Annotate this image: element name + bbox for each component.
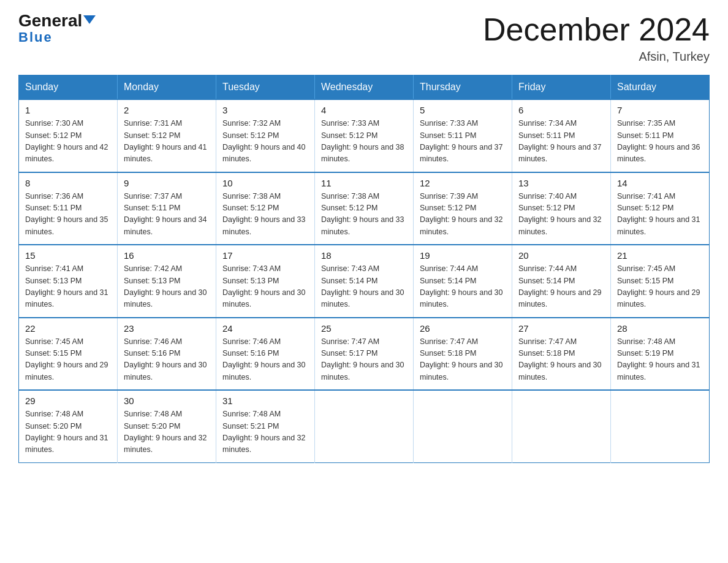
header-friday: Friday [512, 75, 611, 100]
day-number: 11 [321, 178, 407, 188]
table-row: 15 Sunrise: 7:41 AMSunset: 5:13 PMDaylig… [19, 245, 118, 318]
day-number: 20 [518, 250, 604, 261]
day-number: 3 [222, 105, 308, 115]
day-number: 26 [420, 323, 506, 334]
logo-blue: Blue [18, 29, 53, 45]
logo-general: General [18, 12, 82, 29]
table-row: 9 Sunrise: 7:37 AMSunset: 5:11 PMDayligh… [118, 172, 216, 245]
table-row: 17 Sunrise: 7:43 AMSunset: 5:13 PMDaylig… [216, 245, 315, 318]
calendar-subtitle: Afsin, Turkey [483, 50, 710, 64]
day-number: 8 [25, 178, 111, 188]
day-info: Sunrise: 7:48 AMSunset: 5:19 PMDaylight:… [617, 337, 700, 381]
day-info: Sunrise: 7:47 AMSunset: 5:17 PMDaylight:… [321, 337, 404, 381]
day-number: 25 [321, 323, 407, 334]
day-info: Sunrise: 7:40 AMSunset: 5:12 PMDaylight:… [518, 192, 602, 236]
day-info: Sunrise: 7:39 AMSunset: 5:12 PMDaylight:… [420, 192, 503, 236]
day-number: 17 [222, 250, 308, 261]
day-info: Sunrise: 7:44 AMSunset: 5:14 PMDaylight:… [420, 264, 503, 308]
day-number: 30 [124, 396, 210, 406]
day-info: Sunrise: 7:41 AMSunset: 5:13 PMDaylight:… [25, 264, 108, 308]
day-info: Sunrise: 7:46 AMSunset: 5:16 PMDaylight:… [124, 337, 207, 381]
day-info: Sunrise: 7:35 AMSunset: 5:11 PMDaylight:… [617, 119, 700, 163]
table-row: 6 Sunrise: 7:34 AMSunset: 5:11 PMDayligh… [512, 99, 611, 172]
day-info: Sunrise: 7:43 AMSunset: 5:14 PMDaylight:… [321, 264, 404, 308]
day-info: Sunrise: 7:43 AMSunset: 5:13 PMDaylight:… [222, 264, 306, 308]
day-number: 29 [25, 396, 111, 406]
day-number: 24 [222, 323, 308, 334]
day-info: Sunrise: 7:48 AMSunset: 5:21 PMDaylight:… [222, 410, 306, 454]
header-saturday: Saturday [611, 75, 710, 100]
day-number: 13 [518, 178, 604, 188]
day-info: Sunrise: 7:45 AMSunset: 5:15 PMDaylight:… [617, 264, 700, 308]
day-number: 23 [124, 323, 210, 334]
day-number: 4 [321, 105, 407, 115]
table-row: 2 Sunrise: 7:31 AMSunset: 5:12 PMDayligh… [118, 99, 216, 172]
header-thursday: Thursday [414, 75, 512, 100]
table-row: 30 Sunrise: 7:48 AMSunset: 5:20 PMDaylig… [118, 390, 216, 462]
calendar-week-1: 1 Sunrise: 7:30 AMSunset: 5:12 PMDayligh… [19, 99, 710, 172]
table-row: 14 Sunrise: 7:41 AMSunset: 5:12 PMDaylig… [611, 172, 710, 245]
logo-triangle-icon [83, 15, 96, 24]
calendar-week-5: 29 Sunrise: 7:48 AMSunset: 5:20 PMDaylig… [19, 390, 710, 462]
table-row: 5 Sunrise: 7:33 AMSunset: 5:11 PMDayligh… [414, 99, 512, 172]
table-row [315, 390, 414, 462]
day-number: 19 [420, 250, 506, 261]
day-info: Sunrise: 7:42 AMSunset: 5:13 PMDaylight:… [124, 264, 207, 308]
header-wednesday: Wednesday [315, 75, 414, 100]
page-header: General Blue December 2024 Afsin, Turkey [18, 12, 710, 64]
day-info: Sunrise: 7:37 AMSunset: 5:11 PMDaylight:… [124, 192, 207, 236]
day-number: 9 [124, 178, 210, 188]
day-info: Sunrise: 7:34 AMSunset: 5:11 PMDaylight:… [518, 119, 602, 163]
table-row: 31 Sunrise: 7:48 AMSunset: 5:21 PMDaylig… [216, 390, 315, 462]
day-info: Sunrise: 7:38 AMSunset: 5:12 PMDaylight:… [222, 192, 306, 236]
day-number: 27 [518, 323, 604, 334]
day-info: Sunrise: 7:33 AMSunset: 5:12 PMDaylight:… [321, 119, 404, 163]
table-row [611, 390, 710, 462]
header-tuesday: Tuesday [216, 75, 315, 100]
table-row: 3 Sunrise: 7:32 AMSunset: 5:12 PMDayligh… [216, 99, 315, 172]
day-number: 14 [617, 178, 703, 188]
table-row: 22 Sunrise: 7:45 AMSunset: 5:15 PMDaylig… [19, 318, 118, 391]
header-monday: Monday [118, 75, 216, 100]
day-info: Sunrise: 7:30 AMSunset: 5:12 PMDaylight:… [25, 119, 108, 163]
table-row [414, 390, 512, 462]
day-info: Sunrise: 7:36 AMSunset: 5:11 PMDaylight:… [25, 192, 108, 236]
calendar-week-3: 15 Sunrise: 7:41 AMSunset: 5:13 PMDaylig… [19, 245, 710, 318]
table-row: 1 Sunrise: 7:30 AMSunset: 5:12 PMDayligh… [19, 99, 118, 172]
day-info: Sunrise: 7:48 AMSunset: 5:20 PMDaylight:… [124, 410, 207, 454]
table-row: 13 Sunrise: 7:40 AMSunset: 5:12 PMDaylig… [512, 172, 611, 245]
calendar-table: SundayMondayTuesdayWednesdayThursdayFrid… [18, 75, 710, 463]
day-info: Sunrise: 7:41 AMSunset: 5:12 PMDaylight:… [617, 192, 700, 236]
table-row: 28 Sunrise: 7:48 AMSunset: 5:19 PMDaylig… [611, 318, 710, 391]
table-row: 12 Sunrise: 7:39 AMSunset: 5:12 PMDaylig… [414, 172, 512, 245]
day-number: 2 [124, 105, 210, 115]
table-row [512, 390, 611, 462]
day-number: 6 [518, 105, 604, 115]
calendar-week-2: 8 Sunrise: 7:36 AMSunset: 5:11 PMDayligh… [19, 172, 710, 245]
table-row: 16 Sunrise: 7:42 AMSunset: 5:13 PMDaylig… [118, 245, 216, 318]
day-number: 10 [222, 178, 308, 188]
day-number: 21 [617, 250, 703, 261]
day-number: 1 [25, 105, 111, 115]
table-row: 20 Sunrise: 7:44 AMSunset: 5:14 PMDaylig… [512, 245, 611, 318]
table-row: 21 Sunrise: 7:45 AMSunset: 5:15 PMDaylig… [611, 245, 710, 318]
day-number: 5 [420, 105, 506, 115]
day-number: 15 [25, 250, 111, 261]
day-number: 7 [617, 105, 703, 115]
day-info: Sunrise: 7:46 AMSunset: 5:16 PMDaylight:… [222, 337, 306, 381]
table-row: 24 Sunrise: 7:46 AMSunset: 5:16 PMDaylig… [216, 318, 315, 391]
table-row: 4 Sunrise: 7:33 AMSunset: 5:12 PMDayligh… [315, 99, 414, 172]
table-row: 25 Sunrise: 7:47 AMSunset: 5:17 PMDaylig… [315, 318, 414, 391]
day-info: Sunrise: 7:45 AMSunset: 5:15 PMDaylight:… [25, 337, 108, 381]
day-number: 28 [617, 323, 703, 334]
calendar-title: December 2024 [483, 12, 710, 47]
day-info: Sunrise: 7:32 AMSunset: 5:12 PMDaylight:… [222, 119, 306, 163]
title-block: December 2024 Afsin, Turkey [483, 12, 710, 64]
day-info: Sunrise: 7:47 AMSunset: 5:18 PMDaylight:… [518, 337, 602, 381]
day-info: Sunrise: 7:38 AMSunset: 5:12 PMDaylight:… [321, 192, 404, 236]
day-info: Sunrise: 7:44 AMSunset: 5:14 PMDaylight:… [518, 264, 602, 308]
day-info: Sunrise: 7:48 AMSunset: 5:20 PMDaylight:… [25, 410, 108, 454]
logo: General Blue [18, 12, 96, 45]
calendar-week-4: 22 Sunrise: 7:45 AMSunset: 5:15 PMDaylig… [19, 318, 710, 391]
table-row: 19 Sunrise: 7:44 AMSunset: 5:14 PMDaylig… [414, 245, 512, 318]
